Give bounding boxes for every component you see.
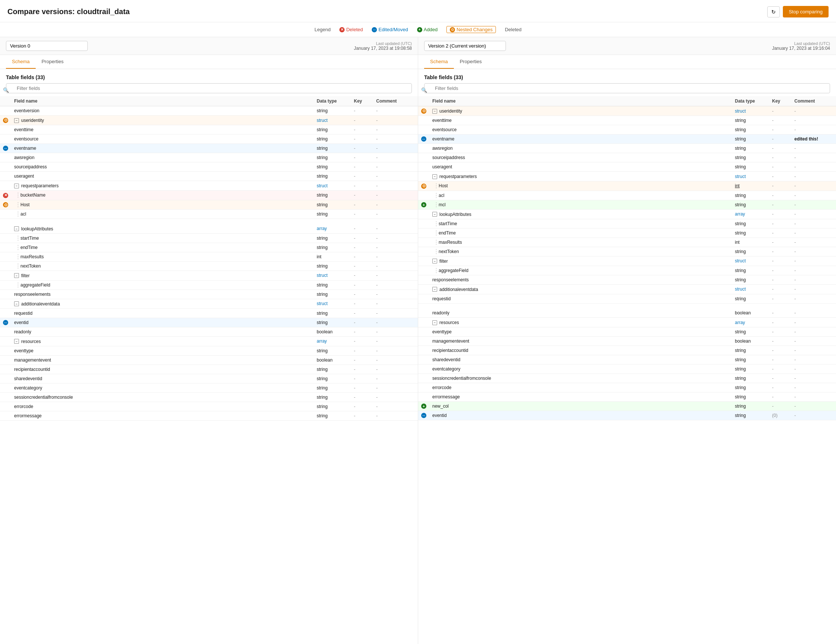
- row-name-cell: eventid: [11, 318, 314, 327]
- row-name-cell: readonly: [11, 327, 314, 336]
- row-flag-cell: [0, 243, 11, 252]
- table-row: sharedeventidstring--: [0, 374, 418, 383]
- row-name-cell: requestid: [429, 294, 732, 303]
- row-dtype-cell: string: [732, 383, 769, 393]
- row-key-cell: -: [351, 172, 373, 181]
- row-name-cell: Host: [429, 181, 732, 191]
- row-comment-cell: -: [791, 219, 836, 228]
- row-name-cell: −requestparameters: [11, 181, 314, 191]
- row-dtype-cell: string: [314, 153, 351, 162]
- table-row: recipientaccountidstring--: [418, 346, 836, 355]
- row-dtype-cell: string: [732, 374, 769, 383]
- left-filter-input[interactable]: [6, 83, 412, 93]
- row-key-cell: -: [769, 172, 791, 181]
- row-dtype-cell: struct: [732, 256, 769, 266]
- row-key-cell: -: [769, 238, 791, 247]
- table-row: maxResultsint--: [0, 252, 418, 261]
- left-updated-label: Last updated (UTC): [354, 41, 412, 46]
- table-row: −resourcesarray--: [0, 336, 418, 346]
- row-key-cell: -: [769, 144, 791, 153]
- row-comment-cell: -: [373, 106, 418, 116]
- table-row: sourceipaddressstring--: [418, 153, 836, 162]
- row-key-cell: -: [351, 162, 373, 172]
- table-row: readonlyboolean--: [418, 308, 836, 318]
- row-flag-cell: [418, 284, 429, 294]
- table-row: readonlyboolean--: [0, 327, 418, 336]
- row-flag-cell: [0, 365, 11, 374]
- row-flag-cell: [418, 162, 429, 172]
- row-dtype-cell: int: [314, 252, 351, 261]
- row-dtype-cell: string: [732, 346, 769, 355]
- row-dtype-cell: string: [314, 243, 351, 252]
- row-comment-cell: -: [791, 256, 836, 266]
- row-dtype-cell: string: [732, 191, 769, 200]
- row-comment-cell: -: [791, 191, 836, 200]
- row-flag-cell: [418, 355, 429, 365]
- left-search-icon: 🔍: [3, 87, 9, 93]
- row-key-cell: -: [769, 125, 791, 135]
- row-flag-cell: [0, 383, 11, 393]
- row-name-cell: sourceipaddress: [11, 162, 314, 172]
- right-version-select[interactable]: Version 2 (Current version): [424, 41, 506, 51]
- row-comment-cell: -: [791, 355, 836, 365]
- row-flag-cell: [418, 228, 429, 238]
- row-dtype-cell: struct: [732, 172, 769, 181]
- row-comment-cell: -: [791, 247, 836, 256]
- row-dtype-cell: string: [314, 402, 351, 411]
- left-filter-wrap: 🔍: [0, 83, 418, 96]
- row-comment-cell: -: [791, 318, 836, 328]
- right-panel-tabs: Schema Properties: [418, 55, 836, 69]
- row-flag-cell: ⊙: [0, 116, 11, 125]
- row-flag-cell: [0, 299, 11, 308]
- row-name-cell: errormessage: [11, 411, 314, 420]
- row-comment-cell: edited this!: [791, 135, 836, 144]
- table-row: eventtimestring--: [0, 125, 418, 135]
- row-name-cell: eventid: [429, 411, 732, 420]
- row-key-cell: -: [351, 308, 373, 318]
- row-key-cell: -: [351, 261, 373, 271]
- table-row: +mclstring--: [418, 200, 836, 209]
- table-row: ↔eventnamestring-edited this!: [418, 135, 836, 144]
- refresh-button[interactable]: ↻: [767, 7, 780, 18]
- row-flag-cell: [0, 261, 11, 271]
- row-dtype-cell: string: [732, 247, 769, 256]
- row-flag-cell: ✕: [0, 191, 11, 200]
- row-dtype-cell: string: [314, 290, 351, 299]
- row-name-cell: useragent: [429, 162, 732, 172]
- row-comment-cell: -: [791, 116, 836, 125]
- row-flag-cell: ⊙: [0, 200, 11, 210]
- left-panel: Version 0 Last updated (UTC) January 17,…: [0, 37, 418, 644]
- row-key-cell: -: [351, 393, 373, 402]
- page-wrapper: Compare versions: cloudtrail_data ↻ Stop…: [0, 0, 836, 644]
- right-filter-input[interactable]: [424, 83, 830, 93]
- table-row: eventsourcestring--: [418, 125, 836, 135]
- row-dtype-cell: string: [314, 346, 351, 355]
- row-flag-cell: [0, 210, 11, 219]
- row-name-cell: endTime: [11, 243, 314, 252]
- right-col-fieldname: Field name: [429, 96, 732, 106]
- row-dtype-cell: string: [732, 116, 769, 125]
- row-key-cell: -: [769, 374, 791, 383]
- right-tab-properties[interactable]: Properties: [454, 55, 488, 69]
- left-tab-properties[interactable]: Properties: [36, 55, 70, 69]
- stop-comparing-button[interactable]: Stop comparing: [783, 6, 829, 18]
- row-comment-cell: -: [791, 125, 836, 135]
- row-name-cell: recipientaccountid: [11, 365, 314, 374]
- row-flag-cell: [0, 153, 11, 162]
- row-name-cell: eventcategory: [11, 383, 314, 393]
- row-flag-cell: [0, 125, 11, 135]
- left-version-select[interactable]: Version 0: [6, 41, 88, 51]
- row-key-cell: -: [351, 346, 373, 355]
- row-name-cell: bucketName: [11, 191, 314, 200]
- row-comment-cell: -: [791, 383, 836, 393]
- legend-added: + Added: [417, 27, 438, 32]
- row-key-cell: -: [769, 328, 791, 337]
- table-row: nextTokenstring--: [0, 261, 418, 271]
- left-tab-schema[interactable]: Schema: [6, 55, 36, 69]
- row-comment-cell: -: [791, 294, 836, 303]
- table-row: ✕bucketNamestring--: [0, 191, 418, 200]
- table-row: responseelementsstring--: [418, 275, 836, 284]
- table-row: awsregionstring--: [418, 144, 836, 153]
- right-tab-schema[interactable]: Schema: [424, 55, 454, 69]
- row-comment-cell: -: [791, 393, 836, 402]
